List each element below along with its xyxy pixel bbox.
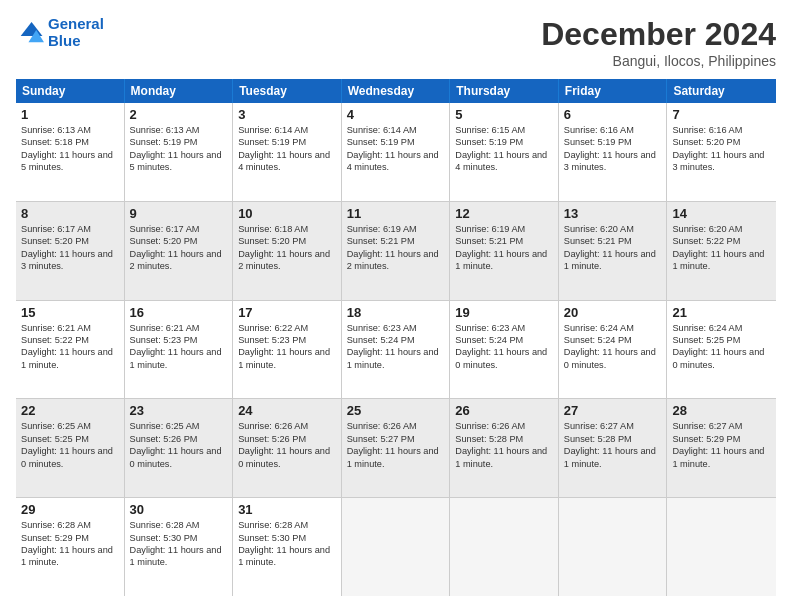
calendar-cell: 30 Sunrise: 6:28 AM Sunset: 5:30 PM Dayl…: [125, 498, 234, 596]
day-number: 18: [347, 305, 445, 320]
calendar-cell: 10 Sunrise: 6:18 AM Sunset: 5:20 PM Dayl…: [233, 202, 342, 300]
calendar-cell: 13 Sunrise: 6:20 AM Sunset: 5:21 PM Dayl…: [559, 202, 668, 300]
sunrise: Sunrise: 6:16 AM: [564, 124, 662, 136]
calendar-week: 1 Sunrise: 6:13 AM Sunset: 5:18 PM Dayli…: [16, 103, 776, 202]
sunrise: Sunrise: 6:15 AM: [455, 124, 553, 136]
sunset: Sunset: 5:24 PM: [455, 334, 553, 346]
day-number: 1: [21, 107, 119, 122]
sunrise: Sunrise: 6:24 AM: [672, 322, 771, 334]
sunrise: Sunrise: 6:17 AM: [21, 223, 119, 235]
sunrise: Sunrise: 6:23 AM: [455, 322, 553, 334]
sunrise: Sunrise: 6:21 AM: [21, 322, 119, 334]
sunrise: Sunrise: 6:27 AM: [564, 420, 662, 432]
calendar-cell: 25 Sunrise: 6:26 AM Sunset: 5:27 PM Dayl…: [342, 399, 451, 497]
calendar-week: 22 Sunrise: 6:25 AM Sunset: 5:25 PM Dayl…: [16, 399, 776, 498]
sunset: Sunset: 5:22 PM: [672, 235, 771, 247]
calendar-cell: 21 Sunrise: 6:24 AM Sunset: 5:25 PM Dayl…: [667, 301, 776, 399]
calendar-cell: 9 Sunrise: 6:17 AM Sunset: 5:20 PM Dayli…: [125, 202, 234, 300]
calendar-header-cell: Sunday: [16, 79, 125, 103]
sunrise: Sunrise: 6:22 AM: [238, 322, 336, 334]
calendar-cell: 15 Sunrise: 6:21 AM Sunset: 5:22 PM Dayl…: [16, 301, 125, 399]
sunset: Sunset: 5:29 PM: [21, 532, 119, 544]
calendar-header-cell: Wednesday: [342, 79, 451, 103]
daylight: Daylight: 11 hours and 1 minute.: [238, 544, 336, 569]
daylight: Daylight: 11 hours and 5 minutes.: [21, 149, 119, 174]
day-number: 26: [455, 403, 553, 418]
calendar-cell: 22 Sunrise: 6:25 AM Sunset: 5:25 PM Dayl…: [16, 399, 125, 497]
day-number: 25: [347, 403, 445, 418]
sunset: Sunset: 5:21 PM: [564, 235, 662, 247]
sunrise: Sunrise: 6:28 AM: [21, 519, 119, 531]
sunrise: Sunrise: 6:19 AM: [455, 223, 553, 235]
daylight: Daylight: 11 hours and 4 minutes.: [347, 149, 445, 174]
sunset: Sunset: 5:20 PM: [672, 136, 771, 148]
calendar-week: 29 Sunrise: 6:28 AM Sunset: 5:29 PM Dayl…: [16, 498, 776, 596]
title-block: December 2024 Bangui, Ilocos, Philippine…: [541, 16, 776, 69]
day-number: 6: [564, 107, 662, 122]
daylight: Daylight: 11 hours and 1 minute.: [564, 248, 662, 273]
sunrise: Sunrise: 6:21 AM: [130, 322, 228, 334]
sunset: Sunset: 5:23 PM: [130, 334, 228, 346]
sunset: Sunset: 5:19 PM: [347, 136, 445, 148]
calendar-cell: 17 Sunrise: 6:22 AM Sunset: 5:23 PM Dayl…: [233, 301, 342, 399]
day-number: 14: [672, 206, 771, 221]
sunrise: Sunrise: 6:26 AM: [347, 420, 445, 432]
svg-marker-0: [21, 22, 43, 36]
calendar: SundayMondayTuesdayWednesdayThursdayFrid…: [16, 79, 776, 596]
sunrise: Sunrise: 6:17 AM: [130, 223, 228, 235]
daylight: Daylight: 11 hours and 3 minutes.: [21, 248, 119, 273]
sunset: Sunset: 5:22 PM: [21, 334, 119, 346]
daylight: Daylight: 11 hours and 0 minutes.: [21, 445, 119, 470]
calendar-cell: [667, 498, 776, 596]
daylight: Daylight: 11 hours and 4 minutes.: [238, 149, 336, 174]
daylight: Daylight: 11 hours and 2 minutes.: [238, 248, 336, 273]
daylight: Daylight: 11 hours and 0 minutes.: [564, 346, 662, 371]
logo-icon: [16, 19, 44, 47]
sunset: Sunset: 5:21 PM: [347, 235, 445, 247]
calendar-header-cell: Thursday: [450, 79, 559, 103]
sunrise: Sunrise: 6:28 AM: [238, 519, 336, 531]
sunset: Sunset: 5:20 PM: [238, 235, 336, 247]
calendar-cell: 31 Sunrise: 6:28 AM Sunset: 5:30 PM Dayl…: [233, 498, 342, 596]
daylight: Daylight: 11 hours and 1 minute.: [672, 445, 771, 470]
daylight: Daylight: 11 hours and 1 minute.: [130, 346, 228, 371]
calendar-cell: 20 Sunrise: 6:24 AM Sunset: 5:24 PM Dayl…: [559, 301, 668, 399]
day-number: 11: [347, 206, 445, 221]
day-number: 27: [564, 403, 662, 418]
daylight: Daylight: 11 hours and 0 minutes.: [455, 346, 553, 371]
day-number: 23: [130, 403, 228, 418]
sunrise: Sunrise: 6:26 AM: [238, 420, 336, 432]
sunset: Sunset: 5:25 PM: [21, 433, 119, 445]
daylight: Daylight: 11 hours and 5 minutes.: [130, 149, 228, 174]
day-number: 3: [238, 107, 336, 122]
day-number: 15: [21, 305, 119, 320]
daylight: Daylight: 11 hours and 0 minutes.: [238, 445, 336, 470]
calendar-week: 15 Sunrise: 6:21 AM Sunset: 5:22 PM Dayl…: [16, 301, 776, 400]
daylight: Daylight: 11 hours and 0 minutes.: [672, 346, 771, 371]
day-number: 9: [130, 206, 228, 221]
calendar-cell: 27 Sunrise: 6:27 AM Sunset: 5:28 PM Dayl…: [559, 399, 668, 497]
day-number: 30: [130, 502, 228, 517]
day-number: 13: [564, 206, 662, 221]
daylight: Daylight: 11 hours and 4 minutes.: [455, 149, 553, 174]
sunset: Sunset: 5:28 PM: [455, 433, 553, 445]
logo-line1: General: [48, 15, 104, 32]
calendar-header-cell: Saturday: [667, 79, 776, 103]
calendar-cell: 5 Sunrise: 6:15 AM Sunset: 5:19 PM Dayli…: [450, 103, 559, 201]
sunset: Sunset: 5:20 PM: [130, 235, 228, 247]
sunset: Sunset: 5:26 PM: [238, 433, 336, 445]
logo: General Blue: [16, 16, 104, 49]
daylight: Daylight: 11 hours and 1 minute.: [21, 544, 119, 569]
sunset: Sunset: 5:23 PM: [238, 334, 336, 346]
daylight: Daylight: 11 hours and 1 minute.: [564, 445, 662, 470]
calendar-cell: 11 Sunrise: 6:19 AM Sunset: 5:21 PM Dayl…: [342, 202, 451, 300]
daylight: Daylight: 11 hours and 0 minutes.: [130, 445, 228, 470]
sunrise: Sunrise: 6:14 AM: [347, 124, 445, 136]
calendar-cell: [342, 498, 451, 596]
sunset: Sunset: 5:19 PM: [238, 136, 336, 148]
day-number: 8: [21, 206, 119, 221]
sunset: Sunset: 5:25 PM: [672, 334, 771, 346]
sunset: Sunset: 5:19 PM: [564, 136, 662, 148]
sunset: Sunset: 5:29 PM: [672, 433, 771, 445]
logo-line2: Blue: [48, 32, 81, 49]
